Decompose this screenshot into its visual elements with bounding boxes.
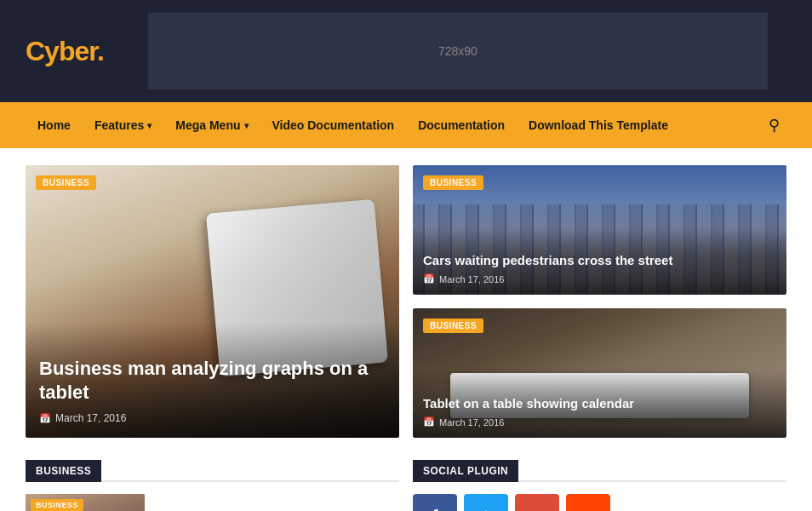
chevron-down-icon: ▾ [147,121,152,130]
card-title: Cars waiting pedestrians cross the stree… [423,252,776,269]
social-buttons: f t g+ r [413,494,786,511]
googleplus-icon: g+ [527,507,547,512]
featured-card-small-1[interactable]: BUSINESS Cars waiting pedestrians cross … [413,165,786,295]
card-overlay: Business man analyzing graphs on a table… [26,323,399,438]
facebook-icon: f [432,507,438,512]
featured-card-large[interactable]: BUSINESS Business man analyzing graphs o… [26,165,399,438]
main-nav: Home Features ▾ Mega Menu ▾ Video Docume… [0,102,812,148]
ad-banner: 728x90 [148,13,768,89]
featured-grid: BUSINESS Business man analyzing graphs o… [26,165,786,438]
chevron-down-icon: ▾ [244,121,249,130]
article-badge: BUSINESS [31,499,83,511]
logo-text: Cyber [26,36,97,66]
bottom-article: BUSINESS [26,494,399,511]
card-overlay: Tablet on a table showing calendar March… [413,370,786,439]
card-date: March 17, 2016 [39,412,386,424]
section-header-wrap: BUSINESS [26,458,399,482]
site-header: Cyber. 728x90 [0,0,812,102]
featured-card-column: BUSINESS Cars waiting pedestrians cross … [413,165,786,438]
nav-download[interactable]: Download This Template [517,105,680,146]
main-content: BUSINESS Business man analyzing graphs o… [0,148,812,511]
search-icon[interactable]: ⚲ [762,102,786,148]
reddit-button[interactable]: r [566,494,610,511]
twitter-button[interactable]: t [464,494,508,511]
social-section: SOCIAL PLUGIN f t g+ r [413,458,786,511]
site-logo[interactable]: Cyber. [26,36,104,67]
googleplus-button[interactable]: g+ [515,494,559,511]
card-date: March 17, 2016 [423,416,776,428]
section-header-wrap-social: SOCIAL PLUGIN [413,458,786,482]
twitter-icon: t [483,507,489,512]
featured-card-small-2[interactable]: BUSINESS Tablet on a table showing calen… [413,308,786,438]
nav-documentation[interactable]: Documentation [406,105,517,146]
nav-home[interactable]: Home [26,105,83,146]
logo-dot: . [97,36,104,66]
nav-mega-menu[interactable]: Mega Menu ▾ [163,105,260,146]
section-header-business: BUSINESS [26,460,101,482]
card-title: Tablet on a table showing calendar [423,395,776,412]
business-section: BUSINESS BUSINESS [26,458,399,511]
section-header-social: SOCIAL PLUGIN [413,460,518,482]
nav-features[interactable]: Features ▾ [83,105,163,146]
bottom-grid: BUSINESS BUSINESS SOCIAL PLUGIN f t [26,458,786,511]
card-title: Business man analyzing graphs on a table… [39,357,386,405]
card-overlay: Cars waiting pedestrians cross the stree… [413,227,786,296]
category-badge: BUSINESS [423,319,483,333]
card-date: March 17, 2016 [423,273,776,284]
nav-video-docs[interactable]: Video Documentation [260,105,407,146]
category-badge: BUSINESS [36,175,96,190]
article-thumbnail[interactable]: BUSINESS [26,494,145,511]
category-badge: BUSINESS [423,175,483,190]
facebook-button[interactable]: f [413,494,457,511]
